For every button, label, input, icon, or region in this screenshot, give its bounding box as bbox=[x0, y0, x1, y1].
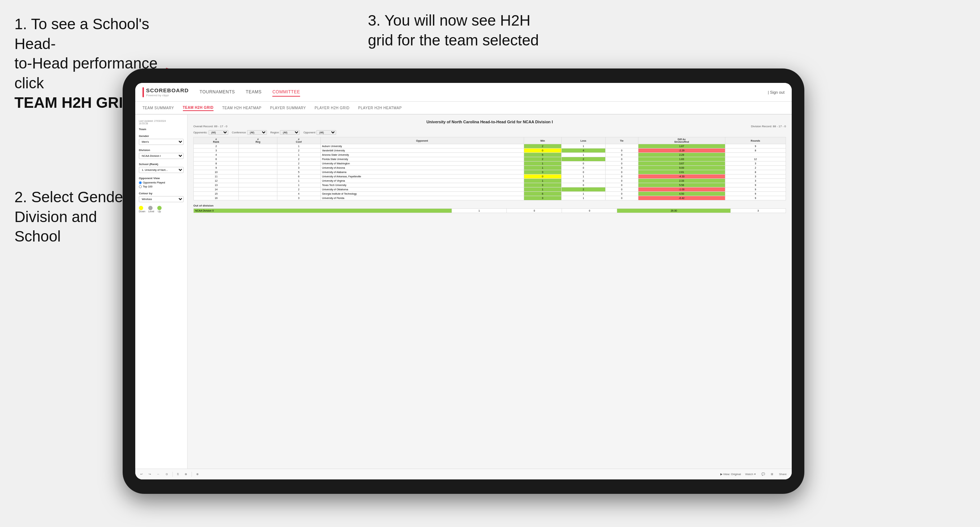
view-label: ▶ View: Original bbox=[720, 473, 741, 476]
cell-win: 1 bbox=[524, 187, 561, 192]
view-text: View: Original bbox=[723, 473, 741, 476]
cell-reg bbox=[239, 179, 277, 183]
cell-win: 0 bbox=[524, 175, 561, 179]
region-filter-select[interactable]: (All) bbox=[280, 130, 300, 135]
cell-rank: 15 bbox=[194, 192, 239, 196]
tab-team-summary[interactable]: TEAM SUMMARY bbox=[143, 105, 174, 111]
grid-area: University of North Carolina Head-to-Hea… bbox=[188, 114, 792, 468]
gender-select[interactable]: Men's bbox=[139, 139, 184, 145]
level-label: Level bbox=[148, 210, 154, 213]
cell-opponent: University of Florida bbox=[320, 196, 524, 200]
undo-btn[interactable]: ↩ bbox=[139, 472, 144, 476]
cell-loss: 0 bbox=[562, 166, 606, 170]
tab-player-h2h-heatmap[interactable]: PLAYER H2H HEATMAP bbox=[358, 105, 402, 111]
cell-diff: -2.29 bbox=[638, 149, 725, 153]
cell-opponent: Texas Tech University bbox=[320, 183, 524, 187]
ood-win: 1 bbox=[452, 209, 507, 213]
table-row: 4 1 Arizona State University 5 1 0 2.29 bbox=[194, 153, 786, 157]
cell-tie: 0 bbox=[605, 179, 638, 183]
division-section: Division NCAA Division I bbox=[139, 149, 184, 159]
top-100-radio[interactable] bbox=[139, 185, 142, 188]
cell-tie: 0 bbox=[605, 162, 638, 166]
tab-team-h2h-grid[interactable]: TEAM H2H GRID bbox=[183, 105, 213, 111]
cell-tie: 0 bbox=[605, 153, 638, 157]
cell-opponent: University of Arkansas, Fayetteville bbox=[320, 175, 524, 179]
grid-title: University of North Carolina Head-to-Hea… bbox=[193, 120, 786, 124]
conference-filter-select[interactable]: (All) bbox=[247, 130, 267, 135]
ann1-line3-bold: TEAM H2H GRID bbox=[14, 94, 134, 111]
back-btn[interactable]: ← bbox=[156, 472, 161, 476]
cell-diff: 2.33 bbox=[638, 179, 725, 183]
opponent-filter-label: Opponent bbox=[303, 131, 315, 134]
out-of-division-table: NCAA Division II 1 0 0 26.00 3 bbox=[193, 208, 786, 213]
sign-out-link[interactable]: | Sign out bbox=[768, 90, 784, 94]
down-dot bbox=[139, 206, 143, 210]
cell-rounds: 3 bbox=[725, 175, 786, 179]
cell-opponent: University of Virginia bbox=[320, 179, 524, 183]
cell-diff: 4.50 bbox=[638, 192, 725, 196]
comment-btn[interactable]: 💬 bbox=[760, 472, 767, 476]
nav-tournaments[interactable]: TOURNAMENTS bbox=[199, 88, 235, 97]
cell-rounds: 9 bbox=[725, 187, 786, 192]
grid-records: Overall Record: 89 - 17 - 0 Division Rec… bbox=[193, 125, 786, 128]
share-btn[interactable]: Share bbox=[778, 472, 788, 476]
top-100-option[interactable]: Top 100 bbox=[139, 185, 184, 188]
table-row: 13 1 Texas Tech University 3 0 0 5.56 9 bbox=[194, 183, 786, 187]
team-section: Team bbox=[139, 128, 184, 131]
grid-btn[interactable]: ⊞ bbox=[769, 472, 775, 476]
cell-rounds: 3 bbox=[725, 179, 786, 183]
cell-reg bbox=[239, 149, 277, 153]
cell-rank: 13 bbox=[194, 183, 239, 187]
school-select[interactable]: 1. University of Nort... bbox=[139, 167, 184, 173]
cell-reg bbox=[239, 166, 277, 170]
opponent-filter-select[interactable]: (All) bbox=[316, 130, 336, 135]
logo-text: SCOREBOARD bbox=[146, 87, 189, 94]
tablet-frame: SCOREBOARD Powered by clippi TOURNAMENTS… bbox=[123, 68, 804, 494]
opponents-played-option[interactable]: Opponents Played bbox=[139, 181, 184, 184]
cell-reg bbox=[239, 144, 277, 149]
division-record: Division Record: 88 - 17 - 0 bbox=[751, 125, 786, 128]
ood-division: NCAA Division II bbox=[194, 209, 452, 213]
tab-player-summary[interactable]: PLAYER SUMMARY bbox=[270, 105, 306, 111]
redo-btn[interactable]: ↪ bbox=[147, 472, 153, 476]
cell-win: 0 bbox=[524, 149, 561, 153]
watch-btn[interactable]: Watch ▾ bbox=[744, 472, 757, 476]
cell-win: 5 bbox=[524, 153, 561, 157]
paste-btn[interactable]: ⊕ bbox=[183, 472, 189, 476]
cell-rank: 10 bbox=[194, 170, 239, 175]
cell-tie: 0 bbox=[605, 187, 638, 192]
cell-win: 2 bbox=[524, 144, 561, 149]
tab-player-h2h-grid[interactable]: PLAYER H2H GRID bbox=[315, 105, 350, 111]
cell-reg bbox=[239, 192, 277, 196]
cell-reg bbox=[239, 175, 277, 179]
tab-team-h2h-heatmap[interactable]: TEAM H2H HEATMAP bbox=[222, 105, 261, 111]
colour-by-label: Colour by bbox=[139, 192, 184, 195]
logo-accent bbox=[143, 87, 144, 97]
cell-loss: 1 bbox=[562, 144, 606, 149]
col-rank: #Rank bbox=[194, 137, 239, 144]
cell-tie: 0 bbox=[605, 196, 638, 200]
cell-reg bbox=[239, 187, 277, 192]
cell-diff: -4.33 bbox=[638, 175, 725, 179]
region-filter: Region (All) bbox=[270, 130, 300, 135]
opponent-filter: Opponent (All) bbox=[303, 130, 336, 135]
nav-committee[interactable]: COMMITTEE bbox=[272, 88, 300, 97]
refresh-btn[interactable]: ⊙ bbox=[164, 472, 170, 476]
h2h-table: #Rank #Reg #Conf Opponent Win Loss Tie D… bbox=[193, 137, 786, 200]
opponents-played-radio[interactable] bbox=[139, 181, 142, 184]
ood-tie: 0 bbox=[562, 209, 617, 213]
division-select[interactable]: NCAA Division I bbox=[139, 153, 184, 159]
opponents-filter-select[interactable]: (All) bbox=[208, 130, 228, 135]
out-of-division-title: Out of division bbox=[193, 204, 786, 207]
clock-btn[interactable]: ⊕ bbox=[195, 472, 200, 476]
gender-label: Gender bbox=[139, 135, 184, 138]
cell-diff: -6.42 bbox=[638, 196, 725, 200]
sub-nav: TEAM SUMMARY TEAM H2H GRID TEAM H2H HEAT… bbox=[135, 102, 792, 114]
nav-teams[interactable]: TEAMS bbox=[246, 88, 261, 97]
table-row: 11 6 University of Arkansas, Fayettevill… bbox=[194, 175, 786, 179]
cell-diff: 3.67 bbox=[638, 162, 725, 166]
copy-btn[interactable]: ⎘ bbox=[176, 472, 180, 476]
cell-rounds: 12 bbox=[725, 157, 786, 162]
conference-filter-label: Conference bbox=[232, 131, 246, 134]
colour-by-select[interactable]: Win/loss bbox=[139, 196, 184, 202]
